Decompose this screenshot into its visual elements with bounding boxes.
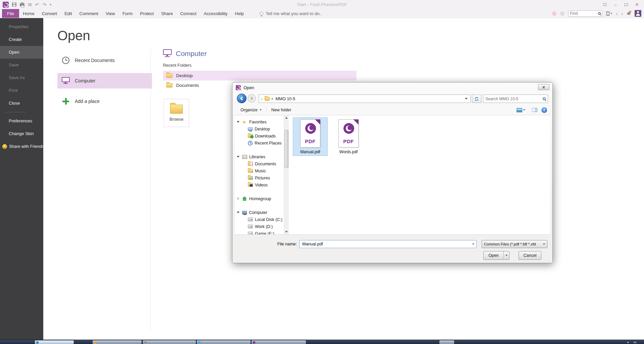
address-bar[interactable]: « MMO 10-5 [259, 95, 471, 103]
qat-customize-icon[interactable]: ▾ [50, 2, 51, 7]
breadcrumb-chevron-icon[interactable] [272, 98, 273, 100]
taskbar-button-3[interactable] [143, 340, 196, 344]
tree-item-desktop[interactable]: Desktop [235, 125, 284, 132]
taskbar-button-5[interactable] [439, 340, 454, 344]
tree-item-pictures[interactable]: Pictures [235, 174, 284, 181]
sidebar-item-open[interactable]: Open [0, 46, 43, 59]
tell-me-box[interactable]: Tell me what you want to do.. [260, 9, 322, 18]
refresh-button[interactable] [472, 95, 481, 103]
file-name-combo[interactable] [299, 240, 477, 248]
undo-icon[interactable]: ↶ [35, 2, 39, 7]
tab-edit[interactable]: Edit [61, 9, 75, 18]
tab-protect[interactable]: Protect [136, 9, 157, 18]
open-button[interactable]: Open [483, 251, 509, 260]
notifications-bell-icon[interactable] [627, 11, 631, 16]
place-add-a-place[interactable]: Add a place [57, 94, 152, 109]
minimize-button[interactable]: – [610, 1, 621, 8]
breadcrumb-overflow-icon[interactable]: « [261, 97, 263, 101]
expander-icon[interactable] [237, 156, 239, 158]
tab-home[interactable]: Home [19, 9, 38, 18]
save-icon[interactable] [12, 2, 16, 7]
tab-form[interactable]: Form [119, 9, 136, 18]
tab-comment[interactable]: Comment [76, 9, 102, 18]
tab-help[interactable]: Help [231, 9, 248, 18]
taskbar-button-4[interactable] [197, 340, 251, 344]
tree-item-computer[interactable]: Computer [235, 209, 284, 216]
tree-item-game-e[interactable]: Game (E:) [235, 230, 284, 234]
file-type-combo[interactable]: Common Files (*.pdf *.fdf *.xfd [482, 240, 547, 248]
sidebar-item-preferences[interactable]: Preferences [0, 115, 43, 127]
place-computer[interactable]: Computer [57, 73, 152, 89]
tree-item-downloads[interactable]: Downloads [235, 132, 284, 139]
taskbar-button-2[interactable] [93, 340, 142, 344]
search-box[interactable] [483, 95, 548, 103]
tree-item-libraries[interactable]: Libraries [235, 153, 284, 160]
tray-volume-icon[interactable]: ◂)) [633, 341, 636, 344]
file-name-input[interactable] [300, 242, 470, 246]
place-recent-documents[interactable]: Recent Documents [57, 53, 152, 68]
dialog-titlebar[interactable]: Open [232, 82, 552, 93]
email-icon[interactable]: ✉ [28, 2, 32, 7]
tree-item-videos[interactable]: Videos [235, 181, 284, 188]
file-item-manual-pdf[interactable]: PDF Manual.pdf [293, 117, 328, 156]
tab-view[interactable]: View [102, 9, 119, 18]
tree-scrollbar[interactable] [284, 115, 289, 234]
apps-grid-icon[interactable] [600, 1, 610, 8]
tree-item-recent-places[interactable]: Recent Places [235, 139, 284, 147]
settings-dropdown[interactable]: ▾ [606, 11, 612, 16]
scrollbar-up-arrow[interactable] [284, 115, 289, 120]
sidebar-item-share-with-friends[interactable]: Share with Friends [0, 140, 43, 153]
tree-item-music[interactable]: Music [235, 167, 284, 174]
scrollbar-down-arrow[interactable] [284, 229, 289, 234]
tab-convert[interactable]: Convert [38, 9, 61, 18]
recent-folder-desktop[interactable]: Desktop [163, 71, 357, 80]
tree-item-favorites[interactable]: ★ Favorites [235, 118, 284, 125]
tree-item-local-disk-c[interactable]: Local Disk (C:) [235, 216, 284, 223]
sidebar-item-create[interactable]: Create [0, 33, 43, 46]
preview-pane-icon[interactable] [532, 108, 537, 112]
close-button[interactable]: × [632, 1, 642, 8]
forward-button[interactable] [248, 94, 256, 103]
taskbar-button-1[interactable] [35, 340, 74, 344]
account-avatar[interactable] [635, 10, 641, 17]
restore-button[interactable] [621, 1, 631, 8]
find-box[interactable] [568, 10, 602, 17]
organize-button[interactable]: Organize [238, 106, 264, 114]
sidebar-item-close[interactable]: Close [0, 97, 43, 110]
browse-button[interactable]: Browse [164, 99, 189, 127]
tree-item-work-d[interactable]: Work (D:) [235, 223, 284, 230]
find-search-icon[interactable] [598, 12, 601, 15]
tree-item-documents[interactable]: Documents [235, 160, 284, 167]
file-name-dropdown[interactable] [470, 240, 476, 248]
file-item-words-pdf[interactable]: PDF Words.pdf [331, 117, 366, 156]
tab-file[interactable]: File [2, 9, 19, 18]
tab-share[interactable]: Share [157, 9, 176, 18]
nav-back-icon[interactable]: ‹ [616, 11, 618, 16]
search-input[interactable] [485, 97, 541, 101]
redo-icon[interactable]: ↷ [42, 2, 46, 7]
find-input[interactable] [570, 11, 598, 16]
nav-forward-icon[interactable]: › [621, 11, 623, 16]
cancel-button[interactable]: Cancel [519, 251, 541, 260]
print-icon[interactable] [20, 3, 24, 6]
tab-accessibility[interactable]: Accessibility [200, 9, 231, 18]
taskbar-button-foxit[interactable] [252, 340, 306, 344]
expander-icon[interactable] [237, 212, 239, 213]
sidebar-item-change-skin[interactable]: Change Skin [0, 127, 43, 140]
file-type-dropdown[interactable] [541, 240, 547, 248]
help-icon[interactable]: ? [541, 107, 547, 113]
open-split-dropdown[interactable] [503, 251, 509, 260]
dialog-close-button[interactable]: ✕ [538, 84, 549, 90]
new-folder-button[interactable]: New folder [269, 106, 294, 114]
views-button[interactable] [514, 107, 528, 114]
back-button[interactable] [237, 94, 247, 103]
tree-item-homegroup[interactable]: Homegroup [235, 195, 284, 202]
breadcrumb[interactable]: MMO 10-5 [275, 97, 295, 101]
scrollbar-thumb[interactable] [284, 130, 288, 168]
tab-connect[interactable]: Connect [176, 9, 200, 18]
tray-show-hidden-icon[interactable]: ▲ [627, 341, 629, 344]
expander-icon[interactable] [237, 197, 239, 200]
address-dropdown-icon[interactable] [465, 98, 468, 100]
expander-icon[interactable] [237, 121, 239, 123]
tree-label: Computer [249, 210, 267, 215]
